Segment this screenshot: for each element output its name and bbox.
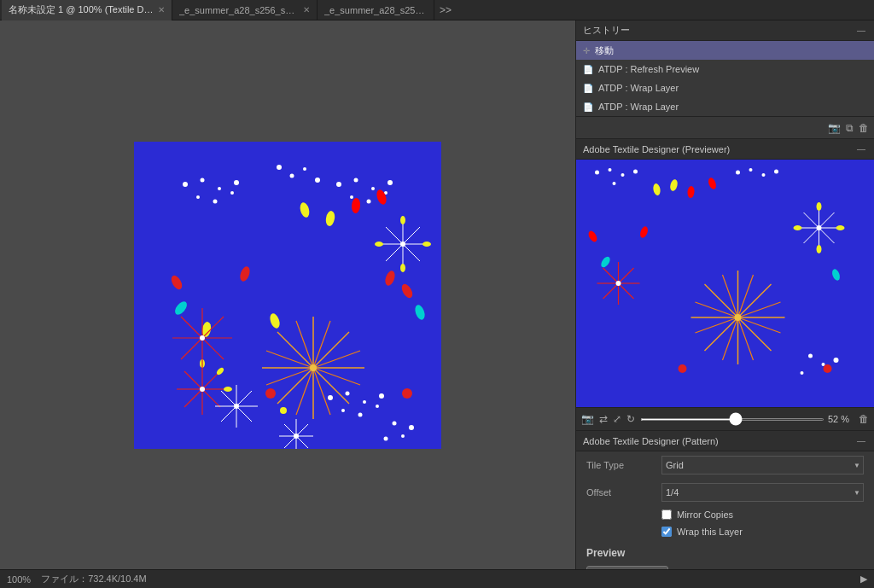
history-toolbar: 📷 ⧉ 🗑 [576,117,874,139]
history-item-3[interactable]: 📄 ATDP : Wrap Layer [576,97,874,116]
svg-point-99 [280,407,287,414]
preview-trash-btn[interactable]: 🗑 [859,413,869,425]
svg-point-167 [817,245,822,253]
svg-point-12 [350,195,353,199]
svg-point-116 [609,168,612,172]
tab-bar: 名称未設定 1 @ 100% (Textile Designer Pattern… [0,0,874,20]
delete-icon-btn[interactable]: 🗑 [859,122,869,134]
svg-point-6 [213,199,218,203]
preview-section: Preview Show Preview ↻ Auto Update Save … [576,540,874,569]
tab-1-label: 名称未設定 1 @ 100% (Textile Designer Pattern… [9,3,154,16]
svg-point-75 [290,173,294,178]
svg-point-10 [371,187,375,190]
svg-point-64 [234,404,239,409]
pattern-collapse-btn[interactable]: — [855,436,867,445]
svg-point-13 [367,199,371,203]
svg-point-2 [201,178,205,182]
svg-rect-0 [134,142,441,449]
zoom-label: 52 % [828,414,854,424]
svg-point-120 [736,171,740,175]
mirror-copies-label: Mirror Copies [677,509,733,520]
svg-point-123 [774,170,778,174]
svg-point-1 [183,182,188,187]
previewer-panel-title: Adobe Textile Designer (Previewer) [583,144,730,154]
svg-point-3 [218,187,221,190]
svg-point-166 [836,225,845,230]
previewer-panel-header: Adobe Textile Designer (Previewer) — [576,139,874,160]
nav-arrow[interactable]: ▶ [860,573,867,585]
svg-point-94 [422,242,431,247]
svg-point-138 [616,281,621,286]
svg-point-109 [294,434,299,439]
history-item-1[interactable]: 📄 ATDP : Refresh Preview [576,60,874,79]
svg-point-171 [834,358,839,363]
previewer-collapse-btn[interactable]: — [855,144,867,154]
tile-type-label: Tile Type [586,460,655,470]
preview-swap-btn[interactable]: ⇄ [599,413,608,425]
preview-refresh-btn[interactable]: ↻ [626,413,635,425]
svg-point-98 [402,388,412,399]
svg-point-73 [200,335,205,341]
svg-point-77 [315,178,320,183]
svg-point-155 [735,314,742,321]
copy-icon-btn[interactable]: ⧉ [846,122,854,134]
right-panel: ヒストリー — ✛ 移動 📄 ATDP : Refresh Preview 📄 … [575,20,874,569]
camera-icon-btn[interactable]: 📷 [828,122,841,134]
tab-2-close[interactable]: ✕ [303,5,310,15]
svg-point-113 [384,436,388,440]
svg-point-20 [358,412,363,416]
pattern-panel-header: Adobe Textile Designer (Pattern) — [576,431,874,451]
offset-row: Offset 1/4 1/2 1/3 [576,479,874,506]
tab-2-label: _e_summer_a28_s256_summer_a28_3.png [179,5,299,15]
history-item-2[interactable]: 📄 ATDP : Wrap Layer [576,79,874,97]
mirror-copies-checkbox[interactable] [661,509,672,520]
svg-point-117 [621,173,625,177]
svg-point-96 [375,242,383,247]
history-collapse-btn[interactable]: — [855,26,867,35]
svg-point-169 [808,354,813,358]
svg-point-7 [230,191,234,195]
svg-point-168 [794,225,802,230]
svg-point-122 [762,173,766,177]
previewer-toolbar: 📷 ⇄ ⤢ ↻ 52 % 🗑 [576,407,874,431]
history-item-2-label: ATDP : Wrap Layer [598,83,679,93]
tab-1-close[interactable]: ✕ [158,5,165,15]
page-icon-2: 📄 [583,84,593,93]
svg-point-18 [379,393,384,399]
pattern-panel: Adobe Textile Designer (Pattern) — Tile … [576,431,874,569]
wrap-layer-checkbox[interactable] [661,527,672,537]
svg-point-16 [346,391,350,395]
wrap-layer-label: Wrap this Layer [677,527,743,537]
svg-point-17 [363,400,366,404]
zoom-slider[interactable] [640,418,824,421]
svg-point-170 [822,363,825,366]
tile-type-row: Tile Type Grid Brick Half Brick Diamond [576,451,874,479]
offset-select-wrapper: 1/4 1/2 1/3 [661,483,864,502]
svg-point-11 [387,180,393,185]
svg-point-15 [328,395,333,400]
history-item-0[interactable]: ✛ 移動 [576,41,874,60]
history-panel-header: ヒストリー — [576,20,874,41]
tile-type-select-wrapper: Grid Brick Half Brick Diamond [661,456,864,474]
svg-point-95 [400,264,405,272]
offset-label: Offset [586,487,655,498]
svg-point-4 [234,180,239,185]
offset-select[interactable]: 1/4 1/2 1/3 [661,483,864,502]
tab-2[interactable]: _e_summer_a28_s256_summer_a28_3.png ✕ [172,0,318,20]
preview-expand-btn[interactable]: ⤢ [613,413,621,425]
tile-type-select[interactable]: Grid Brick Half Brick Diamond [661,456,864,474]
preview-section-title: Preview [586,547,864,559]
svg-point-74 [277,165,282,170]
preview-camera-btn[interactable]: 📷 [581,413,594,425]
svg-point-43 [310,364,317,371]
tab-3[interactable]: _e_summer_a28_s256_summer_a28... [318,0,434,20]
tab-1[interactable]: 名称未設定 1 @ 100% (Textile Designer Pattern… [2,0,172,20]
tab-overflow-btn[interactable]: >> [434,4,457,16]
history-item-1-label: ATDP : Refresh Preview [598,64,699,74]
svg-point-118 [633,170,638,174]
page-icon-3: 📄 [583,102,593,112]
file-info-status: ファイル：732.4K/10.4M [41,573,147,585]
history-item-3-label: ATDP : Wrap Layer [598,102,679,112]
svg-point-55 [224,387,232,392]
zoom-slider-container: 52 % [640,414,854,424]
